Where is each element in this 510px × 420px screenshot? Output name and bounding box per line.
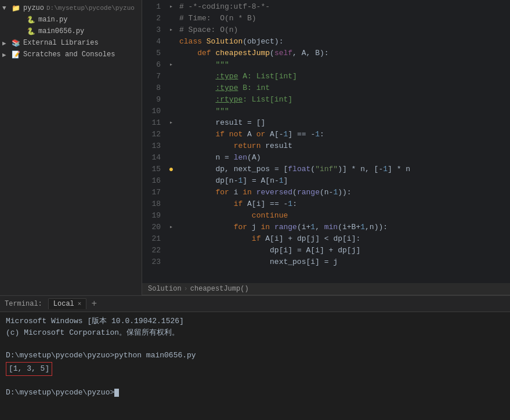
fold-arrow-11[interactable]: ▸ xyxy=(169,117,173,129)
sidebar: ▼ 📁 pyzuo D:\mysetup\pycode\pyzuo 🐍 main… xyxy=(0,0,142,295)
code-line-8: :type B: int xyxy=(177,82,510,94)
fold-arrow-3[interactable]: ▸ xyxy=(169,24,173,36)
ln-2: 2 xyxy=(142,13,161,24)
gutter-2 xyxy=(165,13,177,24)
gutter-1: ▸ xyxy=(165,1,177,13)
code-line-3: # Space: O(n) xyxy=(177,24,510,36)
gutter-19 xyxy=(165,210,177,222)
extlibs-icon: 📚 xyxy=(10,38,21,48)
ln-9: 9 xyxy=(142,94,161,106)
gutter-5 xyxy=(165,48,177,59)
gutter-9 xyxy=(165,94,177,106)
ln-3: 3 xyxy=(142,24,161,36)
file-main-py: main.py xyxy=(38,16,67,24)
breakpoint-dot[interactable]: ● xyxy=(169,164,173,175)
ln-8: 8 xyxy=(142,82,161,94)
ln-21: 21 xyxy=(142,233,161,245)
breadcrumb-sep: › xyxy=(184,285,188,293)
line-numbers: 1 2 3 4 5 6 7 8 9 10 11 12 13 14 15 16 1… xyxy=(142,0,165,283)
code-lines[interactable]: # -*-coding:utf-8-*- # Time: O(n * B) # … xyxy=(177,0,510,283)
fold-arrow-6[interactable]: ▸ xyxy=(169,59,173,71)
fold-arrow-1[interactable]: ▸ xyxy=(169,1,173,13)
breadcrumb-solution[interactable]: Solution xyxy=(148,285,182,293)
terminal-label: Terminal: xyxy=(5,300,42,308)
scratches-label: Scratches and Consoles xyxy=(23,50,115,59)
gutter-21 xyxy=(165,233,177,245)
code-line-4: class Solution(object): xyxy=(177,36,510,48)
code-line-15: dp, next_pos = [float("inf")] * n, [-1] … xyxy=(177,164,510,175)
gutter-10 xyxy=(165,106,177,117)
gutter-4 xyxy=(165,36,177,48)
gutter-8 xyxy=(165,82,177,94)
terminal-line-3 xyxy=(6,338,504,350)
code-line-23: next_pos[i] = j xyxy=(177,256,510,268)
python-file-icon: 🐍 xyxy=(26,15,36,24)
gutter-13 xyxy=(165,140,177,152)
ln-4: 4 xyxy=(142,36,161,48)
gutter-23 xyxy=(165,256,177,268)
terminal-area: Terminal: Local × + Microsoft Windows [版… xyxy=(0,295,510,420)
code-line-14: n = len(A) xyxy=(177,152,510,164)
terminal-tabs: Terminal: Local × + xyxy=(0,296,510,312)
gutter: ▸ ▸ ▸ ▸ ● ▸ xyxy=(165,0,177,283)
sidebar-item-main-py[interactable]: 🐍 main.py xyxy=(0,14,142,26)
code-line-1: # -*-coding:utf-8-*- xyxy=(177,1,510,13)
project-name: pyzuo xyxy=(23,4,44,12)
breadcrumb-method[interactable]: cheapestJump() xyxy=(190,285,249,293)
ln-20: 20 xyxy=(142,222,161,233)
terminal-content[interactable]: Microsoft Windows [版本 10.0.19042.1526] (… xyxy=(0,312,510,420)
arrow-scratches-icon: ▶ xyxy=(2,51,10,59)
gutter-15: ● xyxy=(165,164,177,175)
ln-7: 7 xyxy=(142,71,161,82)
ln-14: 14 xyxy=(142,152,161,164)
terminal-tab-local[interactable]: Local × xyxy=(48,298,87,309)
ln-15: 15 xyxy=(142,164,161,175)
terminal-line-7: D:\mysetup\pycode\pyzuo> xyxy=(6,387,504,399)
ln-10: 10 xyxy=(142,106,161,117)
terminal-line-4: D:\mysetup\pycode\pyzuo>python main0656.… xyxy=(6,350,504,361)
ln-17: 17 xyxy=(142,187,161,198)
ln-19: 19 xyxy=(142,210,161,222)
ln-1: 1 xyxy=(142,1,161,13)
terminal-line-1: Microsoft Windows [版本 10.0.19042.1526] xyxy=(6,316,504,327)
code-line-2: # Time: O(n * B) xyxy=(177,13,510,24)
breadcrumb: Solution › cheapestJump() xyxy=(142,283,510,295)
file-main0656-py: main0656.py xyxy=(38,27,84,35)
code-line-10: """ xyxy=(177,106,510,117)
arrow-icon: ▼ xyxy=(2,5,10,12)
code-line-19: continue xyxy=(177,210,510,222)
gutter-16 xyxy=(165,175,177,187)
ln-6: 6 xyxy=(142,59,161,71)
gutter-22 xyxy=(165,245,177,256)
ln-5: 5 xyxy=(142,48,161,59)
extlibs-label: External Libraries xyxy=(23,39,99,47)
gutter-20: ▸ xyxy=(165,222,177,233)
sidebar-item-external-libs[interactable]: ▶ 📚 External Libraries xyxy=(0,37,142,49)
ln-22: 22 xyxy=(142,245,161,256)
sidebar-item-main0656-py[interactable]: 🐍 main0656.py xyxy=(0,26,142,37)
gutter-11: ▸ xyxy=(165,117,177,129)
folder-icon: 📁 xyxy=(10,3,21,13)
gutter-18 xyxy=(165,198,177,210)
terminal-tab-name: Local xyxy=(53,300,74,308)
code-line-11: result = [] xyxy=(177,117,510,129)
scratches-icon: 📝 xyxy=(10,50,21,59)
gutter-6: ▸ xyxy=(165,59,177,71)
fold-arrow-20[interactable]: ▸ xyxy=(169,222,173,233)
code-line-7: :type A: List[int] xyxy=(177,71,510,82)
sidebar-item-project[interactable]: ▼ 📁 pyzuo D:\mysetup\pycode\pyzuo xyxy=(0,2,142,14)
gutter-7 xyxy=(165,71,177,82)
ln-12: 12 xyxy=(142,129,161,140)
ln-11: 11 xyxy=(142,117,161,129)
code-line-17: for i in reversed(range(n-1)): xyxy=(177,187,510,198)
project-path: D:\mysetup\pycode\pyzuo xyxy=(46,5,135,12)
ln-13: 13 xyxy=(142,140,161,152)
terminal-add-button[interactable]: + xyxy=(89,299,99,309)
code-line-20: for j in range(i+1, min(i+B+1,n)): xyxy=(177,222,510,233)
sidebar-item-scratches[interactable]: ▶ 📝 Scratches and Consoles xyxy=(0,49,142,60)
code-line-18: if A[i] == -1: xyxy=(177,198,510,210)
terminal-close-icon[interactable]: × xyxy=(78,300,82,307)
code-line-5: def cheapestJump(self, A, B): xyxy=(177,48,510,59)
ln-23: 23 xyxy=(142,256,161,268)
gutter-14 xyxy=(165,152,177,164)
